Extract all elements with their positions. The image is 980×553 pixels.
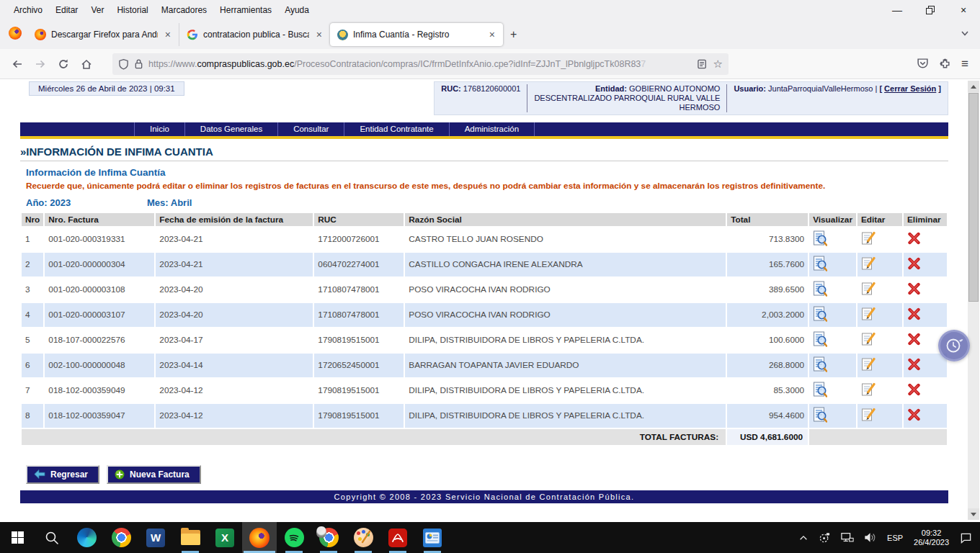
cell-razon-social: CASTRO TELLO JUAN ROSENDO: [405, 228, 726, 251]
tab-close-icon[interactable]: ×: [314, 29, 324, 40]
back-button[interactable]: [6, 53, 29, 76]
delete-invoice-icon[interactable]: [907, 383, 921, 396]
delete-invoice-icon[interactable]: [907, 333, 921, 346]
scroll-up-button[interactable]: [968, 81, 979, 92]
reader-view-icon[interactable]: [698, 59, 708, 69]
cell-fecha: 2023-04-12: [156, 379, 313, 403]
edit-invoice-icon[interactable]: [861, 408, 876, 422]
taskbar-excel[interactable]: X: [208, 522, 242, 553]
tab-close-icon[interactable]: ×: [487, 29, 497, 40]
menu-icon[interactable]: ≡: [961, 57, 968, 71]
time-tracker-widget[interactable]: [938, 330, 970, 361]
scrollbar-thumb[interactable]: [968, 93, 979, 302]
taskbar-edge[interactable]: [69, 522, 104, 553]
delete-invoice-icon[interactable]: [907, 232, 921, 245]
list-all-tabs-button[interactable]: [960, 28, 980, 41]
nav-item-datos-generales[interactable]: Datos Generales: [184, 122, 277, 136]
extensions-icon[interactable]: [939, 58, 951, 70]
edit-invoice-icon[interactable]: [861, 382, 876, 397]
nav-item-inicio[interactable]: Inicio: [134, 122, 184, 136]
edit-invoice-icon[interactable]: [861, 282, 876, 296]
nav-item-entidad-contratante[interactable]: Entidad Contratante: [344, 122, 448, 136]
menu-archivo[interactable]: Archivo: [7, 3, 49, 17]
delete-invoice-icon[interactable]: [907, 282, 921, 295]
view-invoice-icon[interactable]: [813, 306, 827, 322]
bracket-open: [: [879, 84, 882, 93]
minimize-button[interactable]: —: [881, 0, 914, 20]
view-invoice-icon[interactable]: [813, 281, 827, 297]
total-filler: [809, 429, 947, 445]
url-scheme: https://www.: [148, 59, 197, 69]
page-scrollbar[interactable]: [968, 81, 979, 520]
view-invoice-icon[interactable]: [813, 331, 827, 347]
tray-volume[interactable]: [859, 532, 882, 543]
scroll-down-button[interactable]: [968, 508, 979, 520]
bookmark-star-icon[interactable]: ☆: [713, 58, 723, 71]
menu-marcadores[interactable]: Marcadores: [155, 3, 213, 17]
delete-invoice-icon[interactable]: [907, 307, 921, 320]
tray-expand-button[interactable]: [793, 533, 814, 543]
address-bar[interactable]: https://www.compraspublicas.gob.ec/Proce…: [112, 53, 729, 75]
taskbar-paint[interactable]: [346, 522, 380, 553]
taskbar-chrome-profile[interactable]: [311, 522, 346, 553]
chevron-up-icon: [798, 533, 808, 543]
menu-ayuda[interactable]: Ayuda: [278, 3, 316, 17]
notification-center-button[interactable]: [955, 532, 977, 544]
edit-invoice-icon[interactable]: [861, 231, 876, 246]
nueva-factura-button[interactable]: Nueva Factura: [107, 465, 201, 484]
tab-busqueda-google[interactable]: contratacion publica - Buscar co ×: [179, 23, 330, 46]
tab-close-icon[interactable]: ×: [163, 29, 173, 40]
taskbar-word[interactable]: W: [138, 522, 173, 553]
start-button[interactable]: [0, 522, 35, 553]
view-invoice-icon[interactable]: [813, 407, 827, 423]
restore-button[interactable]: [914, 0, 947, 20]
tray-recorder[interactable]: [814, 531, 836, 544]
home-button[interactable]: [75, 53, 98, 76]
regresar-button[interactable]: Regresar: [26, 465, 99, 484]
cell-visualizar: [809, 404, 856, 428]
menu-editar[interactable]: Editar: [49, 3, 84, 17]
tab-infima-cuantia-active[interactable]: Infima Cuantía - Registro ×: [330, 23, 503, 46]
taskbar-spotify[interactable]: [277, 522, 311, 553]
pocket-icon[interactable]: [917, 58, 929, 70]
new-tab-button[interactable]: +: [503, 27, 524, 42]
close-button[interactable]: ×: [947, 0, 980, 20]
view-invoice-icon[interactable]: [813, 382, 827, 397]
taskbar-file-explorer[interactable]: [173, 522, 208, 553]
language-indicator[interactable]: ESP: [882, 534, 908, 542]
reload-button[interactable]: [52, 53, 75, 76]
delete-invoice-icon[interactable]: [907, 257, 921, 270]
taskbar-media-app[interactable]: [415, 522, 450, 553]
view-invoice-icon[interactable]: [813, 230, 827, 246]
total-label: TOTAL FACTURAS:: [22, 429, 726, 445]
menu-herramientas[interactable]: Herramientas: [213, 3, 278, 17]
clock-datetime[interactable]: 09:32 26/4/2023: [908, 529, 955, 547]
edit-invoice-icon[interactable]: [861, 357, 876, 372]
delete-invoice-icon[interactable]: [907, 358, 921, 371]
nav-item-consultar[interactable]: Consultar: [277, 122, 344, 136]
nav-item-administracion[interactable]: Administración: [449, 122, 535, 136]
taskbar-firefox-active[interactable]: [242, 522, 277, 553]
taskbar-search-button[interactable]: [35, 522, 69, 553]
taskbar-chrome[interactable]: [104, 522, 138, 553]
acrobat-icon: [388, 529, 407, 547]
forward-button[interactable]: [29, 53, 52, 76]
view-invoice-icon[interactable]: [813, 256, 827, 271]
nueva-factura-label: Nueva Factura: [130, 469, 190, 480]
logout-link[interactable]: Cerrar Sesión: [884, 84, 936, 93]
menu-ver[interactable]: Ver: [84, 3, 110, 17]
edit-invoice-icon[interactable]: [861, 332, 876, 346]
clock-time: 09:32: [914, 529, 949, 538]
delete-invoice-icon[interactable]: [907, 408, 921, 421]
cell-visualizar: [809, 328, 856, 352]
view-invoice-icon[interactable]: [813, 356, 827, 372]
table-row: 1 001-020-000319331 2023-04-21 171200072…: [22, 228, 947, 251]
taskbar-acrobat[interactable]: [380, 522, 415, 553]
edit-invoice-icon[interactable]: [861, 307, 876, 321]
edit-invoice-icon[interactable]: [861, 256, 876, 271]
tray-network[interactable]: [836, 532, 859, 543]
menu-historial[interactable]: Historial: [110, 3, 154, 17]
firefox-view-button[interactable]: [9, 27, 22, 42]
firefox-icon: [9, 27, 22, 40]
tab-descargar-firefox[interactable]: Descargar Firefox para Android ×: [27, 23, 179, 46]
